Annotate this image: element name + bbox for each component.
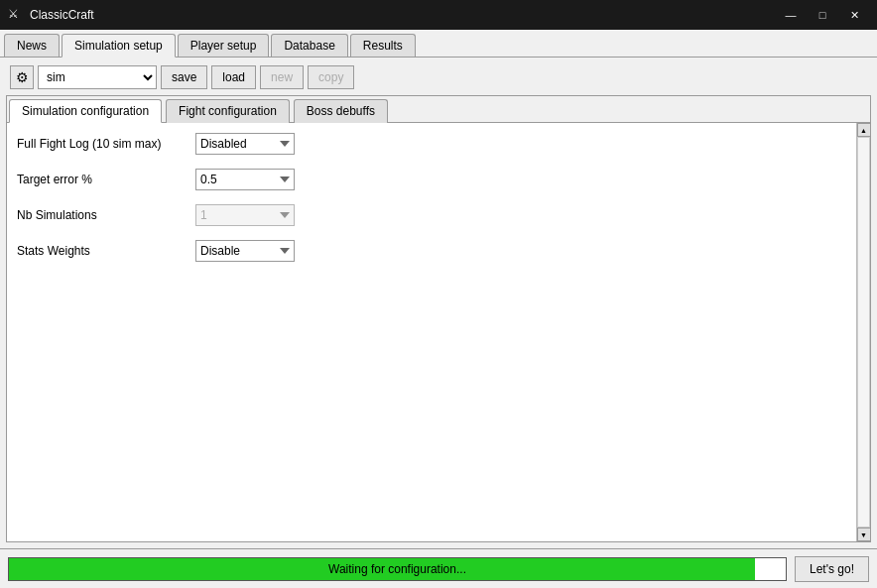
load-button[interactable]: load	[211, 65, 256, 89]
stats-weights-label: Stats Weights	[17, 244, 186, 258]
app-title: ClassicCraft	[30, 8, 94, 22]
panel-tab-simulation-config[interactable]: Simulation configuration	[9, 99, 162, 123]
lets-go-button[interactable]: Let's go!	[795, 556, 869, 582]
panel-content: Full Fight Log (10 sim max) Disabled Ena…	[7, 123, 856, 541]
tab-database[interactable]: Database	[271, 34, 347, 57]
copy-button[interactable]: copy	[308, 65, 354, 89]
title-bar-left: ⚔ ClassicCraft	[8, 7, 94, 23]
form-row-full-fight-log: Full Fight Log (10 sim max) Disabled Ena…	[17, 133, 846, 155]
toolbar-row: ⚙ sim save load new copy	[6, 63, 871, 91]
save-button[interactable]: save	[161, 65, 207, 89]
minimize-button[interactable]: —	[776, 5, 806, 25]
app-icon: ⚔	[8, 7, 24, 23]
stats-weights-select[interactable]: Disable Enable	[195, 240, 295, 262]
maximize-button[interactable]: □	[808, 5, 837, 25]
profile-select[interactable]: sim	[38, 65, 157, 89]
scroll-up-button[interactable]: ▲	[857, 123, 871, 137]
gear-button[interactable]: ⚙	[10, 65, 34, 89]
full-fight-log-label: Full Fight Log (10 sim max)	[17, 137, 186, 151]
menu-tabs: News Simulation setup Player setup Datab…	[0, 30, 877, 58]
new-button[interactable]: new	[260, 65, 304, 89]
nb-simulations-select[interactable]: 1 5 10	[195, 204, 295, 226]
content-area: ⚙ sim save load new copy Simulation conf…	[0, 58, 877, 548]
progress-bar-container: Waiting for configuration...	[8, 557, 787, 581]
panel-tabs: Simulation configuration Fight configura…	[7, 96, 870, 123]
panel: Simulation configuration Fight configura…	[6, 95, 871, 542]
tab-results[interactable]: Results	[350, 34, 416, 57]
target-error-label: Target error %	[17, 173, 186, 186]
scroll-track	[857, 137, 870, 528]
nb-simulations-label: Nb Simulations	[17, 208, 186, 222]
title-bar: ⚔ ClassicCraft — □ ✕	[0, 0, 877, 30]
panel-tab-boss-debuffs[interactable]: Boss debuffs	[294, 99, 388, 123]
form-row-target-error: Target error % 0.5 1.0 1.5	[17, 169, 846, 190]
tab-news[interactable]: News	[4, 34, 60, 57]
progress-bar-text: Waiting for configuration...	[9, 558, 786, 580]
panel-tab-fight-config[interactable]: Fight configuration	[166, 99, 290, 123]
close-button[interactable]: ✕	[839, 5, 869, 25]
right-scrollbar[interactable]: ▲ ▼	[856, 123, 870, 541]
main-window: News Simulation setup Player setup Datab…	[0, 30, 877, 588]
form-row-stats-weights: Stats Weights Disable Enable	[17, 240, 846, 262]
scroll-down-button[interactable]: ▼	[857, 528, 871, 541]
target-error-select[interactable]: 0.5 1.0 1.5	[195, 169, 295, 190]
full-fight-log-select[interactable]: Disabled Enabled	[195, 133, 295, 155]
form-row-nb-simulations: Nb Simulations 1 5 10	[17, 204, 846, 226]
tab-player-setup[interactable]: Player setup	[178, 34, 270, 57]
tab-simulation-setup[interactable]: Simulation setup	[62, 34, 176, 58]
title-bar-controls: — □ ✕	[776, 5, 869, 25]
bottom-bar: Waiting for configuration... Let's go!	[0, 548, 877, 588]
